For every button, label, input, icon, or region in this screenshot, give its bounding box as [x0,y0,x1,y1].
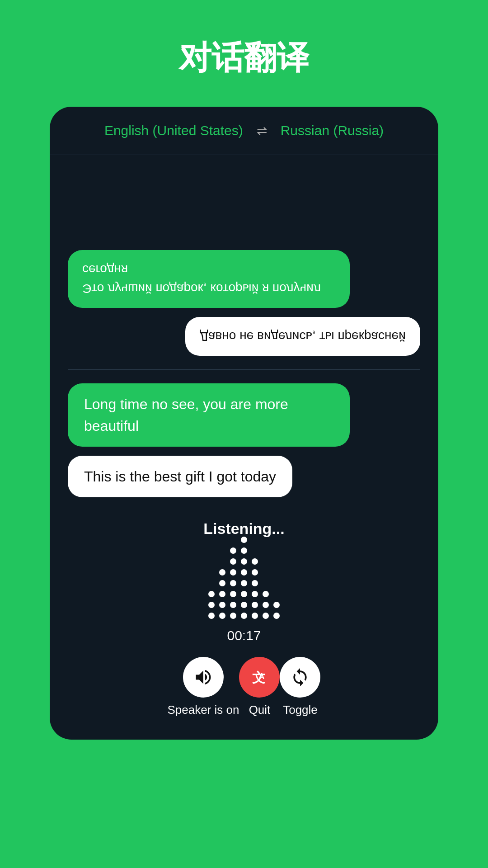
message-row-green: Long time no see, you are more beautiful [68,383,420,447]
wave-col-5 [252,558,258,619]
dot [252,580,258,586]
translate-icon: 文 A [249,667,269,687]
toggle-control: Toggle [280,657,320,717]
dot [241,569,247,576]
dot [219,602,225,608]
listening-section: Listening... [50,511,438,722]
dot [252,602,258,608]
dot [241,547,247,554]
message-row-white: This is the best gift I got today [68,456,420,497]
timer: 00:17 [227,628,261,643]
dot [230,569,236,576]
bottom-controls: Speaker is on 文 A Quit [141,657,348,717]
dot [241,602,247,608]
toggle-icon [290,667,310,687]
message-row-flipped-white: Давно не виделись, ты прекрасней [68,317,420,356]
dot [263,591,269,597]
toggle-button[interactable] [280,657,320,698]
dot [263,613,269,619]
dot [252,591,258,597]
dot [241,591,247,597]
message-white: This is the best gift I got today [68,456,292,497]
main-card: English (United States) ⇌ Russian (Russi… [50,107,438,740]
dot [230,547,236,554]
wave-col-7 [273,602,280,619]
chat-area: Это лучший подарок, который я получил се… [50,155,438,511]
chat-divider [68,369,420,370]
wave-col-4 [241,537,247,619]
dot [273,602,280,608]
toggle-label: Toggle [283,703,318,717]
dot [252,613,258,619]
wave-col-3 [230,547,236,619]
dot [241,580,247,586]
empty-space [68,169,420,241]
quit-label: Quit [249,703,271,717]
swap-icon[interactable]: ⇌ [257,123,267,138]
message-flipped-green: Это лучший подарок, который я получил се… [68,250,350,308]
dot [252,558,258,565]
dot [273,613,280,619]
quit-button[interactable]: 文 A [239,657,280,698]
wave-col-6 [263,591,269,619]
quit-control: 文 A Quit [239,657,280,717]
speaker-button[interactable] [183,657,224,698]
speaker-icon [193,667,213,687]
dot [219,613,225,619]
wave-col-1 [208,591,215,619]
listening-label: Listening... [203,520,284,538]
dot [208,602,215,608]
speaker-control: Speaker is on [168,657,239,717]
message-row-flipped-green: Это лучший подарок, который я получил се… [68,250,420,308]
dot [241,558,247,565]
dot [241,537,247,543]
dot [230,580,236,586]
dot [219,580,225,586]
dot [230,613,236,619]
dot [230,558,236,565]
dot [219,591,225,597]
speaker-label: Speaker is on [168,703,239,717]
message-green: Long time no see, you are more beautiful [68,383,350,447]
dot [252,569,258,576]
dot [208,591,215,597]
dot [241,613,247,619]
svg-text:A: A [259,671,265,681]
dot [230,602,236,608]
message-flipped-white: Давно не виделись, ты прекрасней [185,317,420,356]
language-bar: English (United States) ⇌ Russian (Russi… [50,107,438,155]
wave-col-2 [219,569,225,619]
dot [230,591,236,597]
app-title: 对话翻译 [179,36,309,80]
language-right[interactable]: Russian (Russia) [281,123,384,138]
language-left[interactable]: English (United States) [104,123,243,138]
waveform [208,547,280,619]
dot [208,613,215,619]
dot [263,602,269,608]
dot [219,569,225,576]
